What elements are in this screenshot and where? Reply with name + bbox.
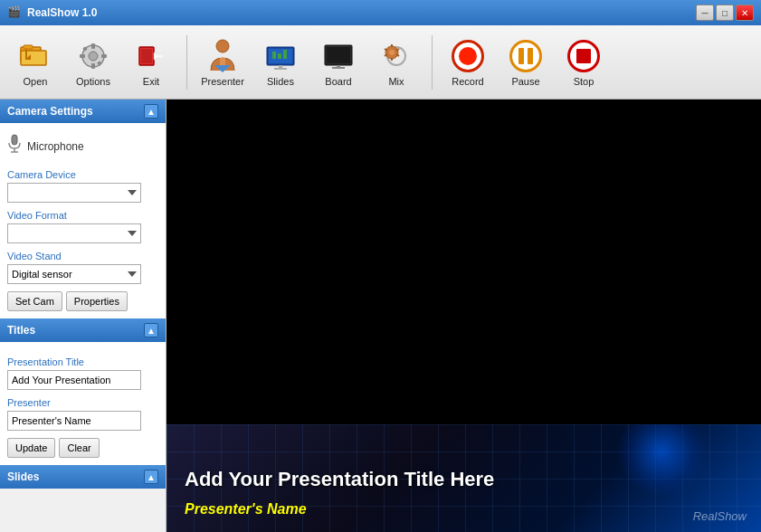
titles-title: Titles xyxy=(7,324,35,337)
clear-button[interactable]: Clear xyxy=(59,438,99,458)
board-icon xyxy=(320,38,357,74)
svg-rect-24 xyxy=(283,50,287,59)
microphone-item[interactable]: Microphone xyxy=(7,130,158,162)
presenter-label: Presenter xyxy=(201,76,244,87)
overlay-title: Add Your Presentation Title Here xyxy=(185,468,494,491)
stop-button[interactable]: Stop xyxy=(556,30,612,95)
video-preview xyxy=(166,100,761,424)
titles-header[interactable]: Titles ▲ xyxy=(0,318,166,342)
record-icon xyxy=(450,38,486,74)
record-button[interactable]: Record xyxy=(440,30,496,95)
svg-rect-23 xyxy=(278,53,281,59)
svg-rect-7 xyxy=(91,43,95,49)
svg-rect-9 xyxy=(80,54,85,58)
update-button[interactable]: Update xyxy=(7,438,55,458)
toolbar-sep-1 xyxy=(186,35,187,90)
svg-rect-16 xyxy=(156,54,163,57)
toolbar-sep-2 xyxy=(432,35,433,90)
presenter-label: Presenter xyxy=(7,397,158,408)
camera-collapse-btn[interactable]: ▲ xyxy=(144,104,158,119)
presentation-title-input[interactable] xyxy=(7,370,141,390)
set-cam-button[interactable]: Set Cam xyxy=(7,291,62,311)
camera-device-select[interactable] xyxy=(7,183,141,203)
pause-label: Pause xyxy=(511,76,539,87)
window-controls: ─ □ ✕ xyxy=(696,5,754,21)
slides-panel-title: Slides xyxy=(7,470,39,483)
main-layout: Camera Settings ▲ Microphone Camera Devi… xyxy=(0,100,761,532)
camera-settings-title: Camera Settings xyxy=(7,105,93,118)
presenter-icon xyxy=(205,38,241,74)
exit-button[interactable]: Exit xyxy=(123,30,179,95)
media-toolbar-group: Presenter Slides xyxy=(195,30,424,95)
svg-rect-10 xyxy=(101,54,107,58)
toolbar: Open Options xyxy=(0,25,761,100)
app-title: RealShow 1.0 xyxy=(27,6,696,19)
stop-label: Stop xyxy=(574,76,595,87)
svg-point-33 xyxy=(389,50,395,55)
camera-settings-content: Microphone Camera Device Video Format Vi… xyxy=(0,123,166,318)
video-format-select[interactable] xyxy=(7,223,141,243)
svg-point-6 xyxy=(89,52,98,61)
slides-header[interactable]: Slides ▲ xyxy=(0,465,166,489)
video-format-label: Video Format xyxy=(7,210,158,221)
overlay-presenter: Presenter's Name xyxy=(185,501,307,518)
board-button[interactable]: Board xyxy=(310,30,366,95)
svg-rect-1 xyxy=(21,51,46,65)
pause-icon xyxy=(508,38,544,74)
titles-content: Presentation Title Presenter Update Clea… xyxy=(0,342,166,465)
presenter-button[interactable]: Presenter xyxy=(195,30,251,95)
svg-rect-22 xyxy=(272,52,276,59)
sidebar: Camera Settings ▲ Microphone Camera Devi… xyxy=(0,100,166,532)
exit-label: Exit xyxy=(143,76,159,87)
open-button[interactable]: Open xyxy=(7,30,63,95)
video-stand-label: Video Stand xyxy=(7,251,158,261)
camera-settings-header[interactable]: Camera Settings ▲ xyxy=(0,100,166,123)
microphone-label: Microphone xyxy=(27,140,84,153)
svg-point-17 xyxy=(216,40,229,52)
mic-icon xyxy=(7,134,22,158)
file-toolbar-group: Open Options xyxy=(7,30,179,95)
svg-rect-28 xyxy=(327,47,350,63)
transport-toolbar-group: Record Pause Stop xyxy=(440,30,612,95)
overlay-bottom: Add Your Presentation Title Here Present… xyxy=(166,424,761,533)
svg-rect-3 xyxy=(25,49,27,60)
options-icon xyxy=(75,38,111,74)
pause-button[interactable]: Pause xyxy=(498,30,554,95)
svg-rect-8 xyxy=(91,63,95,69)
camera-device-label: Camera Device xyxy=(7,169,158,180)
minimize-button[interactable]: ─ xyxy=(696,5,714,21)
titles-collapse-btn[interactable]: ▲ xyxy=(144,323,158,337)
board-label: Board xyxy=(325,76,351,87)
app-icon: 🎬 xyxy=(7,5,22,20)
presenter-input[interactable] xyxy=(7,411,141,431)
properties-button[interactable]: Properties xyxy=(66,291,128,311)
svg-rect-2 xyxy=(24,45,33,49)
video-stand-select[interactable]: Digital sensor Analog USB xyxy=(7,264,141,284)
stop-icon xyxy=(566,38,602,74)
close-button[interactable]: ✕ xyxy=(736,5,754,21)
titles-btn-row: Update Clear xyxy=(7,438,158,458)
slides-collapse-btn[interactable]: ▲ xyxy=(144,470,158,484)
svg-rect-14 xyxy=(141,49,152,63)
options-label: Options xyxy=(76,76,110,87)
exit-icon xyxy=(133,38,169,74)
slides-label: Slides xyxy=(267,76,294,87)
overlay-logo: RealShow xyxy=(693,509,747,523)
content-area: Add Your Presentation Title Here Present… xyxy=(166,100,761,532)
camera-btn-row: Set Cam Properties xyxy=(7,291,158,311)
svg-rect-30 xyxy=(332,67,345,69)
mix-label: Mix xyxy=(388,76,404,87)
presentation-title-label: Presentation Title xyxy=(7,356,158,367)
slides-icon xyxy=(262,38,299,74)
restore-button[interactable]: □ xyxy=(716,5,734,21)
svg-rect-26 xyxy=(274,68,287,70)
title-bar: 🎬 RealShow 1.0 ─ □ ✕ xyxy=(0,0,761,25)
mix-button[interactable]: Mix xyxy=(368,30,424,95)
record-label: Record xyxy=(452,76,483,87)
svg-rect-40 xyxy=(12,135,17,145)
slides-button[interactable]: Slides xyxy=(252,30,309,95)
open-icon xyxy=(17,38,53,74)
options-button[interactable]: Options xyxy=(65,30,121,95)
open-label: Open xyxy=(24,76,48,87)
mix-icon xyxy=(378,38,414,74)
